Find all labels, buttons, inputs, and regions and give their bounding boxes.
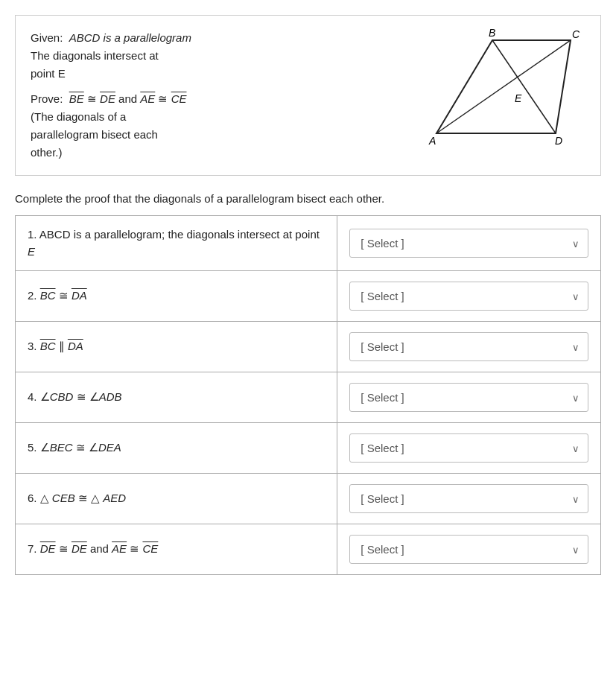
prove-section: Prove: BE ≅ DE and AE ≅ CE (The diagonal… xyxy=(31,90,399,162)
svg-text:C: C xyxy=(572,29,580,40)
table-row: 7. DE ≅ DE and AE ≅ CE [ Select ] xyxy=(16,524,601,575)
select-wrapper-3[interactable]: [ Select ] xyxy=(349,332,588,361)
reason-cell[interactable]: [ Select ] xyxy=(337,474,601,524)
table-row: 2. BC ≅ DA [ Select ] xyxy=(16,271,601,322)
statement-cell: 7. DE ≅ DE and AE ≅ CE xyxy=(16,524,337,575)
select-6[interactable]: [ Select ] xyxy=(349,484,588,513)
table-row: 1. ABCD is a parallelogram; the diagonal… xyxy=(16,216,601,271)
row-statement: △ CEB ≅ △ AED xyxy=(40,492,126,504)
table-row: 6. △ CEB ≅ △ AED [ Select ] xyxy=(16,474,601,524)
reason-cell[interactable]: [ Select ] xyxy=(337,372,601,423)
select-wrapper-5[interactable]: [ Select ] xyxy=(349,433,588,463)
reason-cell[interactable]: [ Select ] xyxy=(337,524,601,575)
given-label: Given: xyxy=(31,31,66,44)
reason-cell[interactable]: [ Select ] xyxy=(337,322,601,372)
table-row: 4. ∠CBD ≅ ∠ADB [ Select ] xyxy=(16,372,601,423)
row-statement: DE ≅ DE and AE ≅ CE xyxy=(40,542,159,555)
reason-cell[interactable]: [ Select ] xyxy=(337,216,601,271)
select-1[interactable]: [ Select ] xyxy=(349,229,588,258)
row-number: 1. xyxy=(28,228,37,241)
diagram: B C A D E xyxy=(422,29,585,156)
proof-table: 1. ABCD is a parallelogram; the diagonal… xyxy=(15,215,601,575)
row-number: 4. xyxy=(28,390,37,403)
row-statement: BC ∥ DA xyxy=(40,340,83,352)
given-text: Given: ABCD is a parallelogram The diago… xyxy=(31,29,399,162)
select-5[interactable]: [ Select ] xyxy=(349,433,588,463)
statement-cell: 2. BC ≅ DA xyxy=(16,271,337,322)
row-statement: ∠CBD ≅ ∠ADB xyxy=(40,390,122,403)
svg-text:A: A xyxy=(428,135,436,147)
parallelogram-diagram: B C A D E xyxy=(425,29,582,156)
select-wrapper-6[interactable]: [ Select ] xyxy=(349,484,588,513)
row-statement: ∠BEC ≅ ∠DEA xyxy=(40,441,121,454)
select-wrapper-4[interactable]: [ Select ] xyxy=(349,383,588,412)
row-statement: ABCD is a parallelogram; the diagonals i… xyxy=(28,228,320,258)
row-number: 5. xyxy=(28,441,37,454)
svg-text:B: B xyxy=(489,29,495,39)
reason-cell[interactable]: [ Select ] xyxy=(337,423,601,474)
row-statement: BC ≅ DA xyxy=(40,289,87,302)
svg-text:E: E xyxy=(515,92,522,104)
select-2[interactable]: [ Select ] xyxy=(349,282,588,311)
statement-cell: 5. ∠BEC ≅ ∠DEA xyxy=(16,423,337,474)
row-number: 3. xyxy=(28,340,37,352)
select-wrapper-1[interactable]: [ Select ] xyxy=(349,229,588,258)
select-wrapper-7[interactable]: [ Select ] xyxy=(349,535,588,564)
statement-cell: 1. ABCD is a parallelogram; the diagonal… xyxy=(16,216,337,271)
row-number: 2. xyxy=(28,289,37,302)
row-number: 7. xyxy=(28,542,37,555)
select-7[interactable]: [ Select ] xyxy=(349,535,588,564)
statement-cell: 4. ∠CBD ≅ ∠ADB xyxy=(16,372,337,423)
svg-text:D: D xyxy=(555,135,562,147)
row-number: 6. xyxy=(28,492,37,504)
given-section: Given: ABCD is a parallelogram The diago… xyxy=(31,29,399,83)
instructions: Complete the proof that the diagonals of… xyxy=(15,192,601,205)
select-wrapper-2[interactable]: [ Select ] xyxy=(349,282,588,311)
statement-cell: 3. BC ∥ DA xyxy=(16,322,337,372)
select-4[interactable]: [ Select ] xyxy=(349,383,588,412)
select-3[interactable]: [ Select ] xyxy=(349,332,588,361)
given-box: Given: ABCD is a parallelogram The diago… xyxy=(15,15,601,176)
svg-line-2 xyxy=(436,40,571,133)
reason-cell[interactable]: [ Select ] xyxy=(337,271,601,322)
table-row: 3. BC ∥ DA [ Select ] xyxy=(16,322,601,372)
svg-line-1 xyxy=(492,40,556,133)
statement-cell: 6. △ CEB ≅ △ AED xyxy=(16,474,337,524)
table-row: 5. ∠BEC ≅ ∠DEA [ Select ] xyxy=(16,423,601,474)
prove-label: Prove: xyxy=(31,92,66,105)
